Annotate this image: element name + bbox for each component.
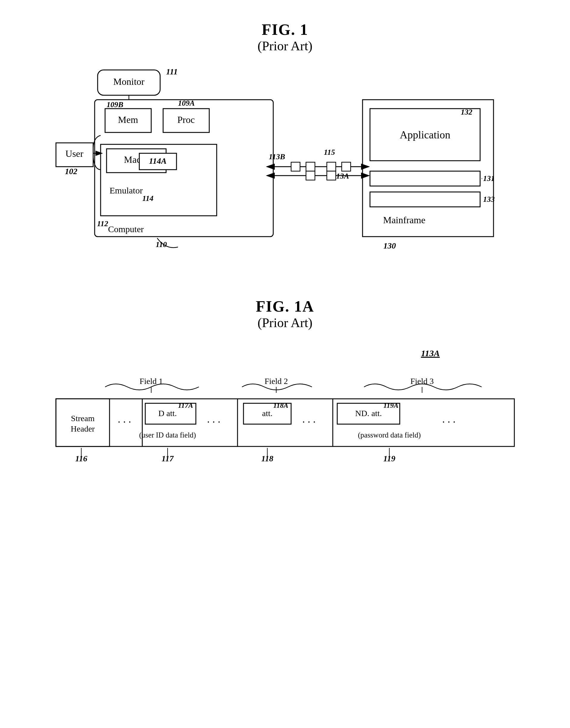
svg-rect-15 [106,149,166,172]
fig1a-section: FIG. 1A (Prior Art) 113A Field 1 Field 2 [18,298,552,482]
fig1-subtitle: (Prior Art) [257,38,313,54]
fig1a-title: FIG. 1A [256,298,314,315]
svg-rect-31 [370,192,480,207]
svg-text:109B: 109B [106,100,123,109]
svg-text:Stream: Stream [71,414,95,423]
svg-text:130: 130 [383,241,396,250]
fig1-svg: Monitor 111 User 102 Mem 109B P [47,65,523,274]
svg-rect-8 [105,109,151,132]
stream-svg: Field 1 Field 2 Field 3 Stream Header · … [47,369,523,482]
svg-rect-41 [291,162,300,171]
svg-text:Proc: Proc [177,114,195,125]
svg-rect-43 [327,162,336,171]
svg-text:Monitor: Monitor [113,76,145,87]
svg-text:111: 111 [166,67,178,76]
svg-text:109A: 109A [178,99,195,107]
svg-rect-14 [100,144,217,216]
svg-rect-42 [306,162,315,171]
svg-rect-46 [306,171,315,180]
svg-text:131: 131 [483,174,495,183]
svg-rect-56 [56,399,109,446]
svg-text:112: 112 [97,219,108,228]
svg-rect-67 [244,403,291,424]
fig1-section: FIG. 1 (Prior Art) Monitor 111 User 102 [18,12,552,274]
svg-text:119A: 119A [383,401,398,409]
svg-rect-24 [362,100,494,237]
svg-rect-44 [342,162,351,171]
svg-text:117A: 117A [178,401,193,409]
svg-rect-28 [370,171,480,186]
svg-text:att.: att. [262,409,272,418]
svg-rect-61 [145,403,196,424]
svg-rect-11 [163,109,209,132]
svg-text:ND. att.: ND. att. [355,409,381,418]
svg-text:· · ·: · · · [207,416,220,428]
page: FIG. 1 (Prior Art) Monitor 111 User 102 [0,0,570,728]
fig1-diagram: Monitor 111 User 102 Mem 109B P [47,65,523,274]
svg-rect-0 [98,70,160,95]
fig1a-subtitle: (Prior Art) [257,315,313,330]
svg-rect-7 [95,100,273,237]
svg-text:117: 117 [161,454,174,463]
svg-text:Mem: Mem [118,114,138,125]
svg-text:118A: 118A [273,401,288,409]
svg-text:Application: Application [400,129,450,141]
svg-text:D att.: D att. [158,409,177,418]
svg-rect-55 [56,399,514,446]
svg-text:115: 115 [324,148,335,156]
svg-text:Macro: Macro [124,154,149,165]
svg-text:119: 119 [383,454,395,463]
svg-text:Field 3: Field 3 [410,376,434,386]
svg-text:Emulator: Emulator [109,186,143,195]
svg-text:116: 116 [75,454,87,463]
svg-text:132: 132 [461,108,472,116]
svg-text:· · ·: · · · [442,416,456,428]
fig1-title: FIG. 1 [262,21,308,38]
stream-diagram: Field 1 Field 2 Field 3 Stream Header · … [47,369,523,482]
svg-text:113B: 113B [269,152,285,161]
svg-text:Computer: Computer [108,224,144,234]
svg-text:113A: 113A [333,172,349,180]
svg-rect-47 [327,171,336,180]
svg-text:102: 102 [65,167,77,176]
svg-text:User: User [65,148,83,159]
svg-text:Header: Header [70,424,95,433]
svg-text:· · ·: · · · [302,416,315,428]
svg-text:114A: 114A [149,156,167,165]
svg-text:(password data field): (password data field) [358,431,420,439]
svg-text:Mainframe: Mainframe [383,215,425,225]
svg-text:Field 1: Field 1 [139,376,163,386]
svg-rect-4 [56,143,93,167]
svg-rect-17 [139,153,177,169]
svg-rect-25 [370,109,480,161]
svg-text:118: 118 [261,454,273,463]
svg-text:133: 133 [483,195,495,204]
ref-113a-label: 113A [421,348,440,358]
svg-text:Field 2: Field 2 [264,376,288,386]
svg-text:· · ·: · · · [117,416,131,428]
svg-text:110: 110 [156,240,167,249]
svg-text:(user ID data field): (user ID data field) [139,431,196,439]
svg-text:114: 114 [142,194,154,203]
svg-rect-72 [337,403,400,424]
